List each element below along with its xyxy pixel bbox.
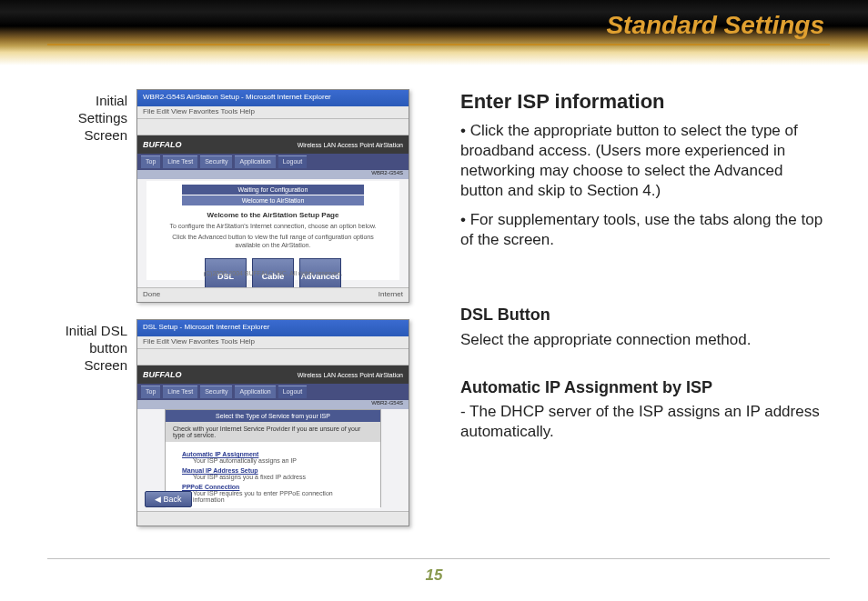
tab-logout[interactable]: Logout bbox=[278, 155, 307, 168]
welcome-heading: Welcome to the AirStation Setup Page bbox=[146, 211, 399, 219]
pppoe-desc: Your ISP requires you to enter PPPoE con… bbox=[193, 490, 364, 503]
page-header-title: Standard Settings bbox=[606, 11, 824, 40]
dsl-button-text: Select the appropriate connection method… bbox=[460, 330, 830, 350]
options-body: Automatic IP Assignment Your ISP automat… bbox=[166, 442, 380, 508]
airstation-label2: Wireless LAN Access Point AirStation bbox=[298, 372, 403, 378]
instr-line1: To configure the AirStation's Internet c… bbox=[163, 223, 383, 230]
page-body: Waiting for Configuration Welcome to Air… bbox=[146, 181, 399, 280]
buffalo-logo: BUFFALO bbox=[143, 140, 182, 149]
tab-logout2[interactable]: Logout bbox=[278, 386, 307, 398]
screenshot1-caption: Initial Settings Screen bbox=[47, 89, 127, 144]
brand-row2: BUFFALO Wireless LAN Access Point AirSta… bbox=[137, 366, 409, 384]
ie-statusbar: Done Internet bbox=[137, 287, 409, 302]
enter-isp-bullet1: • Click the appropriate button to select… bbox=[460, 121, 830, 201]
tab-top2[interactable]: Top bbox=[141, 386, 160, 398]
pppoe-link[interactable]: PPPoE Connection bbox=[182, 484, 364, 490]
ie-titlebar2: DSL Setup - Microsoft Internet Explorer bbox=[137, 320, 409, 336]
tab-top[interactable]: Top bbox=[141, 155, 160, 168]
tab-application[interactable]: Application bbox=[235, 155, 275, 168]
instr-line2: Click the Advanced button to view the fu… bbox=[163, 234, 383, 249]
ie-menubar2: File Edit View Favorites Tools Help bbox=[137, 336, 409, 349]
instructions-column: Enter ISP information • Click the approp… bbox=[460, 89, 830, 554]
auto-ip-link[interactable]: Automatic IP Assignment bbox=[182, 451, 364, 457]
manual-ip-desc: Your ISP assigns you a fixed IP address bbox=[193, 474, 364, 480]
status-right: Internet bbox=[378, 290, 403, 300]
screenshots-column: Initial Settings Screen WBR2-G54S AirSta… bbox=[47, 89, 439, 554]
screenshot2-row: Initial DSL button Screen DSL Setup - Mi… bbox=[47, 319, 439, 526]
back-button[interactable]: ◀ Back bbox=[145, 491, 192, 507]
model-bar: WBR2-G54S bbox=[137, 400, 409, 409]
header-underline bbox=[47, 44, 830, 45]
enter-isp-bullet2: • For supplementary tools, use the tabs … bbox=[460, 210, 830, 250]
tab-linetest2[interactable]: Line Test bbox=[163, 386, 197, 398]
screenshot2: DSL Setup - Microsoft Internet Explorer … bbox=[136, 319, 409, 526]
screenshot1-row: Initial Settings Screen WBR2-G54S AirSta… bbox=[47, 89, 439, 303]
screenshot2-caption: Initial DSL button Screen bbox=[47, 319, 127, 374]
check-isp-note: Check with your Internet Service Provide… bbox=[166, 422, 380, 442]
copyright-text: (C)2000-2004 BUFFALO INC. All rights res… bbox=[137, 270, 409, 276]
buffalo-logo2: BUFFALO bbox=[143, 370, 182, 379]
ie-statusbar2 bbox=[137, 511, 409, 526]
airstation-label: Wireless LAN Access Point AirStation bbox=[298, 142, 403, 148]
manual-ip-link[interactable]: Manual IP Address Setup bbox=[182, 467, 364, 474]
back-button-wrap: ◀ Back bbox=[145, 491, 192, 507]
tab-security2[interactable]: Security bbox=[200, 386, 232, 398]
enter-isp-heading: Enter ISP information bbox=[460, 89, 830, 115]
content-area: Initial Settings Screen WBR2-G54S AirSta… bbox=[47, 89, 830, 554]
status-left: Done bbox=[143, 290, 160, 300]
model-bar: WBR2-G54S bbox=[137, 170, 409, 179]
tab-security[interactable]: Security bbox=[200, 155, 232, 168]
page-number: 15 bbox=[0, 566, 868, 585]
auto-ip-heading: Automatic IP Assignment by ISP bbox=[460, 377, 830, 398]
ie-menubar: File Edit View Favorites Tools Help bbox=[137, 106, 409, 119]
nav-tabs2: Top Line Test Security Application Logou… bbox=[137, 384, 409, 400]
screenshot1: WBR2-G54S AirStation Setup - Microsoft I… bbox=[136, 89, 409, 303]
auto-ip-text: - The DHCP server of the ISP assigns an … bbox=[460, 402, 830, 442]
welcome-band: Welcome to AirStation bbox=[182, 195, 364, 205]
ie-toolbar bbox=[137, 119, 409, 135]
footer-divider bbox=[47, 558, 830, 559]
dsl-button-heading: DSL Button bbox=[460, 305, 830, 326]
tab-application2[interactable]: Application bbox=[235, 386, 275, 398]
select-type-band: Select the Type of Service from your ISP bbox=[166, 410, 380, 422]
tab-linetest[interactable]: Line Test bbox=[163, 155, 197, 168]
ie-toolbar2 bbox=[137, 349, 409, 366]
waiting-band: Waiting for Configuration bbox=[182, 185, 364, 195]
brand-row: BUFFALO Wireless LAN Access Point AirSta… bbox=[137, 135, 409, 154]
ie-titlebar: WBR2-G54S AirStation Setup - Microsoft I… bbox=[137, 90, 409, 106]
nav-tabs: Top Line Test Security Application Logou… bbox=[137, 154, 409, 170]
auto-ip-desc: Your ISP automatically assigns an IP bbox=[193, 457, 364, 464]
